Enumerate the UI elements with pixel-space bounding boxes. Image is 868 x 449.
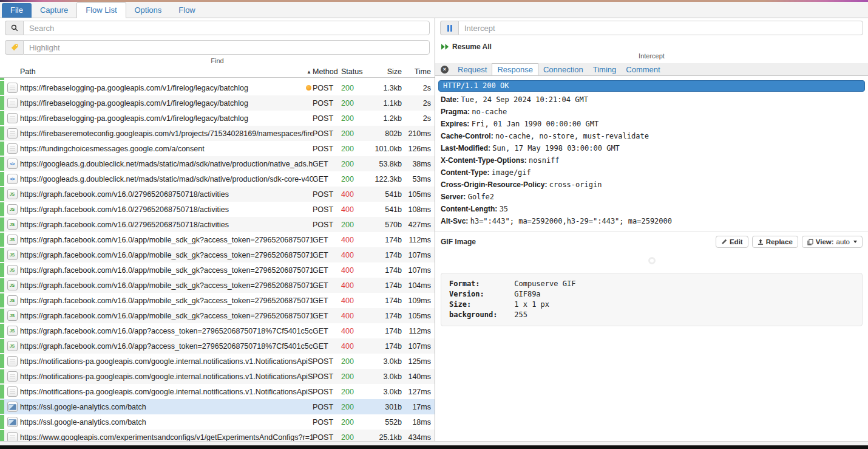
js-file-icon	[7, 341, 18, 351]
table-row[interactable]: https://firebaseremoteconfig.googleapis.…	[0, 126, 435, 141]
table-row[interactable]: https://graph.facebook.com/v16.0/2796520…	[0, 187, 435, 202]
header-value: Tue, 24 Sep 2024 10:21:04 GMT	[461, 95, 588, 104]
flow-size: 541b	[365, 190, 402, 199]
table-row[interactable]: https://graph.facebook.com/v16.0/2796520…	[0, 217, 435, 232]
row-marker	[0, 202, 4, 216]
tab-response[interactable]: Response	[492, 63, 538, 75]
search-input[interactable]	[23, 21, 430, 35]
close-icon[interactable]: ×	[441, 66, 449, 74]
flow-method: POST	[313, 114, 341, 123]
column-header-method[interactable]: Method	[313, 67, 341, 76]
flow-size: 301b	[365, 403, 402, 411]
response-header-line[interactable]: Date: Tue, 24 Sep 2024 10:21:04 GMT	[441, 94, 863, 106]
menu-tab-flow[interactable]: Flow	[170, 3, 203, 18]
metadata-key: background:	[449, 310, 510, 320]
flow-path: https://notifications-pa.googleapis.com/…	[20, 372, 313, 381]
resume-all-button[interactable]: Resume All	[441, 41, 862, 52]
edit-button[interactable]: Edit	[716, 236, 748, 248]
table-row[interactable]: https://graph.facebook.com/v16.0/app/mob…	[0, 247, 435, 262]
detail-tab-bar: × RequestResponseConnectionTimingComment	[435, 63, 868, 76]
table-row[interactable]: https://graph.facebook.com/v16.0/2796520…	[0, 202, 435, 217]
search-icon[interactable]	[5, 21, 23, 35]
response-header-line[interactable]: X-Content-Type-Options: nosniff	[441, 154, 863, 166]
table-row[interactable]: https://ssl.google-analytics.com/batch P…	[0, 399, 435, 414]
response-header-line[interactable]: Last-Modified: Sun, 17 May 1998 03:00:00…	[441, 142, 863, 154]
menu-tab-options[interactable]: Options	[126, 3, 171, 18]
flow-method: POST	[313, 190, 341, 199]
flow-size: 1.2kb	[365, 114, 402, 123]
doc-file-icon	[7, 128, 18, 139]
table-row[interactable]: https://graph.facebook.com/v16.0/app?acc…	[0, 323, 435, 338]
menu-tab-flow-list[interactable]: Flow List	[76, 2, 126, 18]
table-row[interactable]: https://googleads.g.doubleclick.net/mads…	[0, 171, 435, 187]
tab-request[interactable]: Request	[453, 63, 492, 75]
table-row[interactable]: https://notifications-pa.googleapis.com/…	[0, 354, 435, 369]
table-row[interactable]: https://graph.facebook.com/v16.0/app/mob…	[0, 293, 435, 308]
table-row[interactable]: https://fundingchoicesmessages.google.co…	[0, 141, 435, 156]
resume-all-label: Resume All	[452, 43, 492, 51]
table-row[interactable]: https://ssl.google-analytics.com/batch P…	[0, 414, 435, 430]
table-row[interactable]: https://graph.facebook.com/v16.0/app/mob…	[0, 278, 435, 293]
row-marker	[0, 339, 4, 353]
flow-method: POST	[313, 99, 341, 108]
metadata-value: 1 x 1 px	[514, 300, 549, 309]
http-status-line[interactable]: HTTP/1.1 200 OK	[438, 80, 865, 92]
row-marker	[0, 415, 4, 429]
js-file-icon	[7, 280, 18, 290]
flow-status: 400	[341, 281, 365, 290]
flow-size: 101.0kb	[365, 145, 402, 153]
row-marker	[0, 278, 4, 292]
tab-connection[interactable]: Connection	[538, 63, 588, 75]
menu-tab-file[interactable]: File	[2, 3, 32, 18]
flow-rows: https://firebaselogging-pa.googleapis.co…	[0, 78, 435, 441]
metadata-key: Version:	[449, 289, 510, 300]
gif-image-preview[interactable]	[648, 257, 656, 264]
header-name: Alt-Svc:	[441, 217, 470, 225]
intercept-input[interactable]	[458, 21, 863, 35]
response-header-line[interactable]: Pragma: no-cache	[441, 106, 863, 118]
column-header-time[interactable]: Time	[402, 67, 435, 76]
table-row[interactable]: https://www.googleapis.com/experimentsan…	[0, 430, 435, 441]
doc-file-icon	[7, 98, 18, 108]
table-row[interactable]: https://firebaselogging-pa.googleapis.co…	[0, 95, 435, 111]
table-row[interactable]: https://firebaselogging-pa.googleapis.co…	[0, 111, 435, 126]
table-row[interactable]: https://firebaselogging-pa.googleapis.co…	[0, 80, 435, 95]
sort-asc-icon: ▲	[307, 69, 311, 75]
flow-time: 38ms	[402, 160, 435, 168]
flow-time: 53ms	[402, 175, 435, 183]
response-header-line[interactable]: Expires: Fri, 01 Jan 1990 00:00:00 GMT	[441, 118, 863, 130]
response-header-line[interactable]: Server: Golfe2	[441, 191, 863, 203]
table-row[interactable]: https://graph.facebook.com/v16.0/app/mob…	[0, 262, 435, 278]
html-file-icon	[7, 159, 18, 169]
column-header-status[interactable]: Status	[341, 67, 365, 76]
response-headers: Date: Tue, 24 Sep 2024 10:21:04 GMT Prag…	[441, 94, 863, 227]
tab-comment[interactable]: Comment	[621, 63, 665, 75]
flow-method: POST	[313, 403, 341, 411]
tab-timing[interactable]: Timing	[588, 63, 622, 75]
table-row[interactable]: https://graph.facebook.com/v16.0/app/mob…	[0, 308, 435, 323]
response-header-line[interactable]: Content-Type: image/gif	[441, 166, 863, 179]
header-value: Sun, 17 May 1998 03:00:00 GMT	[492, 144, 620, 153]
table-row[interactable]: https://graph.facebook.com/v16.0/app/mob…	[0, 232, 435, 247]
column-header-path[interactable]: Path	[20, 67, 307, 76]
replace-button[interactable]: Replace	[752, 236, 798, 248]
menu-tab-capture[interactable]: Capture	[32, 3, 76, 18]
response-header-line[interactable]: Cache-Control: no-cache, no-store, must-…	[441, 130, 863, 142]
pause-icon[interactable]	[440, 21, 458, 35]
column-header-size[interactable]: Size	[365, 67, 402, 76]
response-header-line[interactable]: Cross-Origin-Resource-Policy: cross-orig…	[441, 179, 863, 191]
table-row[interactable]: https://notifications-pa.googleapis.com/…	[0, 369, 435, 384]
metadata-value: Compuserve GIF	[514, 279, 575, 288]
content-view-header: GIF Image Edit Replace View: auto	[435, 231, 868, 251]
img-file-icon	[7, 417, 18, 427]
header-name: Content-Type:	[441, 168, 492, 177]
row-marker	[0, 430, 4, 441]
table-row[interactable]: https://graph.facebook.com/v16.0/app?acc…	[0, 338, 435, 354]
highlight-input[interactable]	[23, 40, 430, 55]
table-row[interactable]: https://googleads.g.doubleclick.net/mads…	[0, 156, 435, 171]
view-mode-button[interactable]: View: auto	[802, 236, 863, 248]
highlight-tag-icon[interactable]	[5, 40, 23, 55]
table-row[interactable]: https://notifications-pa.googleapis.com/…	[0, 384, 435, 399]
response-header-line[interactable]: Content-Length: 35	[441, 203, 863, 215]
response-header-line[interactable]: Alt-Svc: h3=":443"; ma=2592000,h3-29=":4…	[441, 215, 863, 227]
